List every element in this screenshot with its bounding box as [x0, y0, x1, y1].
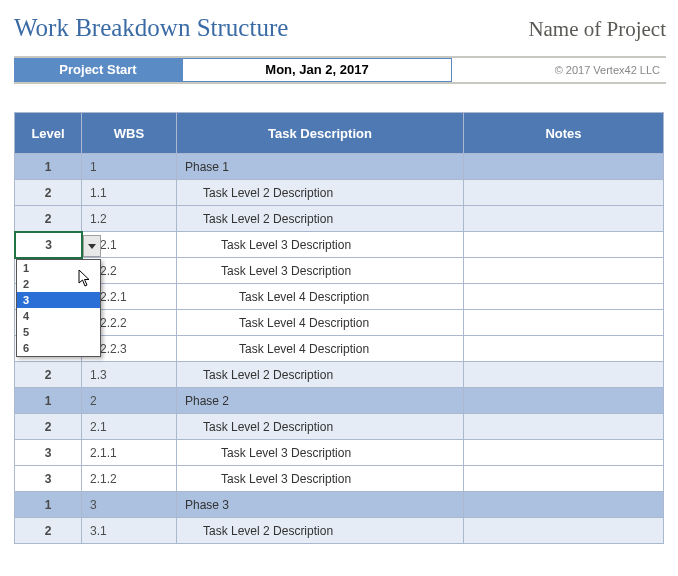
wbs-cell[interactable]: 3 — [82, 492, 177, 518]
wbs-cell[interactable]: 3.1 — [82, 518, 177, 544]
col-header-notes: Notes — [464, 112, 664, 154]
dropdown-option[interactable]: 4 — [17, 308, 100, 324]
notes-cell[interactable] — [464, 258, 664, 284]
task-description-cell[interactable]: Phase 3 — [177, 492, 464, 518]
wbs-cell[interactable]: 2.1.1 — [82, 440, 177, 466]
project-start-label: Project Start — [14, 58, 182, 82]
wbs-cell[interactable]: 2 — [82, 388, 177, 414]
level-cell[interactable]: 1 — [15, 388, 82, 414]
level-cell[interactable]: 2 — [15, 180, 82, 206]
dropdown-option[interactable]: 5 — [17, 324, 100, 340]
notes-cell[interactable] — [464, 180, 664, 206]
wbs-cell[interactable]: 2.1.2 — [82, 466, 177, 492]
task-description-cell[interactable]: Task Level 2 Description — [177, 206, 464, 232]
col-header-level: Level — [15, 112, 82, 154]
page-title: Work Breakdown Structure — [14, 14, 288, 42]
notes-cell[interactable] — [464, 414, 664, 440]
level-dropdown[interactable]: 123456 — [16, 259, 101, 357]
notes-cell[interactable] — [464, 284, 664, 310]
task-description-cell[interactable]: Phase 2 — [177, 388, 464, 414]
level-cell[interactable]: 1 — [15, 492, 82, 518]
wbs-cell[interactable]: 1.2 — [82, 206, 177, 232]
notes-cell[interactable] — [464, 362, 664, 388]
task-description-cell[interactable]: Task Level 2 Description — [177, 362, 464, 388]
notes-cell[interactable] — [464, 206, 664, 232]
task-description-cell[interactable]: Task Level 2 Description — [177, 180, 464, 206]
dropdown-option[interactable]: 1 — [17, 260, 100, 276]
task-description-cell[interactable]: Task Level 4 Description — [177, 284, 464, 310]
notes-cell[interactable] — [464, 232, 664, 258]
wbs-cell[interactable]: 1 — [82, 154, 177, 180]
notes-cell[interactable] — [464, 388, 664, 414]
task-description-cell[interactable]: Task Level 3 Description — [177, 466, 464, 492]
col-header-wbs: WBS — [82, 112, 177, 154]
notes-cell[interactable] — [464, 310, 664, 336]
dropdown-handle[interactable] — [83, 235, 101, 257]
dropdown-option[interactable]: 2 — [17, 276, 100, 292]
wbs-table: Level WBS Task Description Notes 11Phase… — [14, 112, 666, 544]
task-description-cell[interactable]: Task Level 3 Description — [177, 258, 464, 284]
level-cell[interactable]: 2 — [15, 518, 82, 544]
level-cell[interactable]: 2 — [15, 414, 82, 440]
level-cell[interactable]: 3 — [15, 440, 82, 466]
level-cell[interactable]: 3 — [15, 466, 82, 492]
task-description-cell[interactable]: Phase 1 — [177, 154, 464, 180]
notes-cell[interactable] — [464, 336, 664, 362]
task-description-cell[interactable]: Task Level 2 Description — [177, 518, 464, 544]
project-start-date[interactable]: Mon, Jan 2, 2017 — [182, 58, 452, 82]
copyright-text: © 2017 Vertex42 LLC — [452, 64, 666, 76]
dropdown-option[interactable]: 3 — [17, 292, 100, 308]
notes-cell[interactable] — [464, 518, 664, 544]
dropdown-option[interactable]: 6 — [17, 340, 100, 356]
task-description-cell[interactable]: Task Level 4 Description — [177, 310, 464, 336]
task-description-cell[interactable]: Task Level 3 Description — [177, 232, 464, 258]
notes-cell[interactable] — [464, 466, 664, 492]
notes-cell[interactable] — [464, 154, 664, 180]
wbs-cell[interactable]: 1.3 — [82, 362, 177, 388]
task-description-cell[interactable]: Task Level 3 Description — [177, 440, 464, 466]
level-cell[interactable]: 3123456 — [14, 231, 83, 259]
col-header-desc: Task Description — [177, 112, 464, 154]
task-description-cell[interactable]: Task Level 4 Description — [177, 336, 464, 362]
task-description-cell[interactable]: Task Level 2 Description — [177, 414, 464, 440]
level-cell[interactable]: 2 — [15, 206, 82, 232]
notes-cell[interactable] — [464, 492, 664, 518]
level-cell[interactable]: 2 — [15, 362, 82, 388]
notes-cell[interactable] — [464, 440, 664, 466]
project-name: Name of Project — [528, 17, 666, 42]
wbs-cell[interactable]: 2.1 — [82, 414, 177, 440]
wbs-cell[interactable]: 1.1 — [82, 180, 177, 206]
level-cell[interactable]: 1 — [15, 154, 82, 180]
